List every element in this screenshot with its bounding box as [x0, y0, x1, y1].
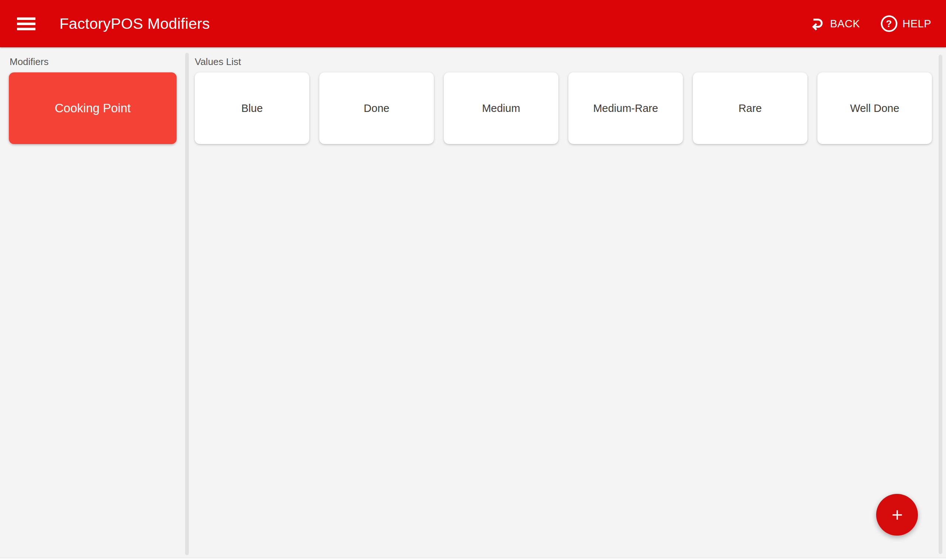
back-button-label: BACK [830, 18, 860, 30]
value-card-medium[interactable]: Medium [444, 72, 558, 144]
value-card-done[interactable]: Done [319, 72, 434, 144]
help-button[interactable]: ? HELP [880, 14, 931, 33]
plus-icon [891, 508, 904, 522]
value-card-blue[interactable]: Blue [195, 72, 309, 144]
question-circle-icon: ? [880, 14, 898, 33]
page-title: FactoryPOS Modifiers [60, 15, 210, 32]
value-card-medium-rare[interactable]: Medium-Rare [569, 72, 683, 144]
modifier-card-cooking-point[interactable]: Cooking Point [9, 72, 177, 144]
values-list-heading: Values List [195, 56, 241, 68]
header-actions: BACK ? HELP [807, 14, 931, 33]
modifiers-heading: Modifiers [9, 56, 48, 68]
values-scrollbar[interactable] [938, 55, 942, 554]
value-card-well-done[interactable]: Well Done [817, 72, 932, 144]
value-card-rare[interactable]: Rare [693, 72, 807, 144]
bottom-edge-strip [0, 558, 946, 560]
menu-button[interactable] [17, 14, 36, 33]
return-arrow-icon [807, 15, 826, 32]
help-button-label: HELP [902, 18, 931, 30]
sidebar-scrollbar[interactable] [185, 53, 189, 555]
app-header: FactoryPOS Modifiers BACK ? [0, 0, 946, 47]
factorypos-modifiers-screen: FactoryPOS Modifiers BACK ? [0, 0, 946, 560]
back-button[interactable]: BACK [807, 15, 860, 32]
add-value-button[interactable] [876, 494, 918, 535]
values-list: Blue Done Medium Medium-Rare Rare Well D… [195, 72, 932, 144]
svg-text:?: ? [886, 18, 892, 29]
